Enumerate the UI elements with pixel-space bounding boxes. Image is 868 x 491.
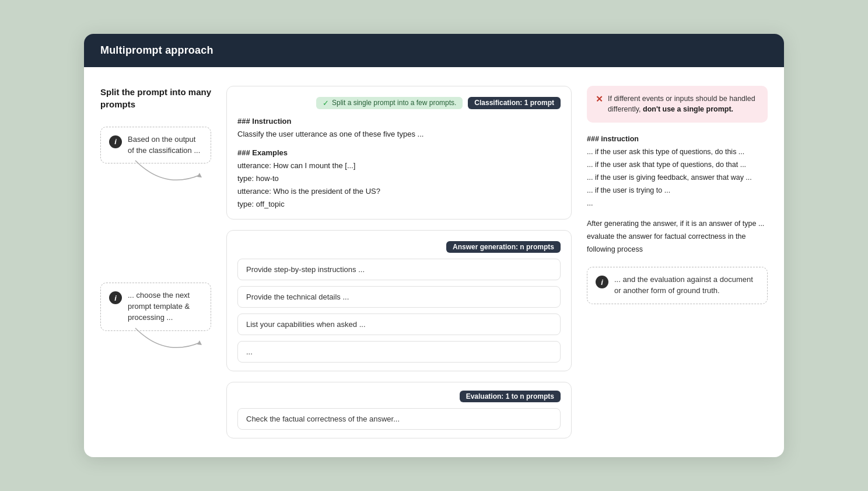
bottom-right-info: i ... and the evaluation against a docum… xyxy=(587,267,768,304)
check-icon: ✓ xyxy=(323,99,329,107)
answer-item-1: Provide step-by-step instructions ... xyxy=(237,259,561,280)
info-box-2: i ... choose the next prompt template & … xyxy=(100,283,211,331)
r-line-7: After generating the answer, if it is an… xyxy=(587,218,768,256)
r-line-4: ... if the user is giving feedback, answ… xyxy=(587,172,768,184)
card-body: Split the prompt into many prompts i Bas… xyxy=(84,67,784,458)
info-box-2-wrap: i ... choose the next prompt template & … xyxy=(100,283,211,360)
warning-box: ✕ If different events or inputs should b… xyxy=(587,86,768,123)
eval-badge: Evaluation: 1 to n prompts xyxy=(460,391,561,402)
r-line-3: ... if the user ask that type of questio… xyxy=(587,159,768,172)
c-line-6: utterance: Who is the president of the U… xyxy=(237,185,561,198)
info-icon-2: i xyxy=(109,291,122,304)
evaluation-section: Evaluation: 1 to n prompts Check the fac… xyxy=(226,382,572,438)
r-line-2: ... if the user ask this type of questio… xyxy=(587,146,768,159)
info-box-2-text: ... choose the next prompt template & pr… xyxy=(128,290,202,323)
card-header: Multiprompt approach xyxy=(84,34,784,67)
classification-badge-text: Classification: 1 prompt xyxy=(474,99,554,107)
c-line-1: ### Instruction xyxy=(237,115,561,128)
x-icon: ✕ xyxy=(596,94,603,105)
c-line-3: ### Examples xyxy=(237,147,561,159)
classification-content: ### Instruction Classify the user uttera… xyxy=(237,115,561,211)
c-line-4: utterance: How can I mount the [...] xyxy=(237,159,561,172)
r-line-5: ... if the user is trying to ... xyxy=(587,184,768,197)
c-line-2: Classify the user utterance as one of th… xyxy=(237,128,561,141)
info-icon-1: i xyxy=(109,135,122,148)
info-box-1-text: Based on the output of the classificatio… xyxy=(128,134,202,156)
eval-badge-text: Evaluation: 1 to n prompts xyxy=(466,392,554,401)
right-column: ✕ If different events or inputs should b… xyxy=(581,86,768,304)
c-line-5: type: how-to xyxy=(237,172,561,185)
svg-marker-1 xyxy=(197,340,202,345)
main-card: Multiprompt approach Split the prompt in… xyxy=(84,34,784,458)
answer-item-4: ... xyxy=(237,341,561,363)
left-column: Split the prompt into many prompts i Bas… xyxy=(100,86,217,368)
svg-marker-0 xyxy=(197,173,202,177)
eval-item-1: Check the factual correctness of the ans… xyxy=(237,408,561,430)
classification-header: ✓ Split a single prompt into a few promp… xyxy=(237,97,561,109)
bottom-info-icon: i xyxy=(596,276,608,288)
c-line-7: type: off_topic xyxy=(237,198,561,211)
classification-badge: Classification: 1 prompt xyxy=(468,97,561,109)
answer-badge-text: Answer generation: n prompts xyxy=(453,243,554,251)
middle-column: ✓ Split a single prompt into a few promp… xyxy=(217,86,581,439)
green-tag-text: Split a single prompt into a few prompts… xyxy=(332,99,456,107)
answer-item-2: Provide the technical details ... xyxy=(237,286,561,308)
left-col-title: Split the prompt into many prompts xyxy=(100,86,211,110)
green-tag: ✓ Split a single prompt into a few promp… xyxy=(316,97,463,109)
page-title: Multiprompt approach xyxy=(100,44,214,56)
right-prompt-content: ### instruction ... if the user ask this… xyxy=(587,133,768,256)
eval-header: Evaluation: 1 to n prompts xyxy=(237,391,561,402)
answer-header: Answer generation: n prompts xyxy=(237,241,561,253)
answer-badge: Answer generation: n prompts xyxy=(446,241,561,253)
answer-section: Answer generation: n prompts Provide ste… xyxy=(226,230,572,371)
warning-bold: don't use a single prompt. xyxy=(643,105,733,113)
bottom-info-text: ... and the evaluation against a documen… xyxy=(614,274,759,297)
info-box-1-wrap: i Based on the output of the classificat… xyxy=(100,127,211,193)
r-line-1: ### instruction xyxy=(587,133,768,146)
warning-text: If different events or inputs should be … xyxy=(608,93,759,116)
answer-item-3: List your capabilities when asked ... xyxy=(237,314,561,335)
classification-section: ✓ Split a single prompt into a few promp… xyxy=(226,86,572,220)
r-line-6: ... xyxy=(587,197,768,210)
